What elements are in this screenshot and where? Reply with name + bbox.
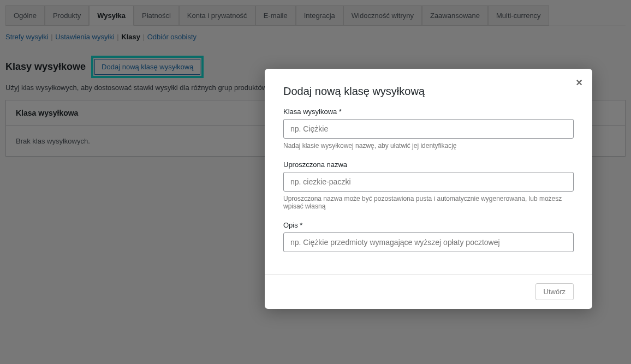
add-shipping-class-modal: × Dodaj nową klasę wysyłkową Klasa wysył… (265, 69, 592, 309)
field-slug: Uproszczona nazwa Uproszczona nazwa może… (283, 160, 574, 210)
field-shipping-class: Klasa wysyłkowa * Nadaj klasie wysyłkowe… (283, 108, 574, 150)
slug-input[interactable] (283, 172, 574, 192)
modal-title: Dodaj nową klasę wysyłkową (283, 85, 574, 98)
description-input[interactable] (283, 232, 574, 252)
field-description: Opis * (283, 221, 574, 252)
modal-body: Dodaj nową klasę wysyłkową Klasa wysyłko… (265, 69, 592, 274)
shipping-class-label: Klasa wysyłkowa * (283, 108, 574, 116)
create-button[interactable]: Utwórz (535, 283, 574, 300)
description-label: Opis * (283, 221, 574, 229)
shipping-class-input[interactable] (283, 119, 574, 139)
slug-help: Uproszczona nazwa może być pozostawiona … (283, 195, 574, 210)
shipping-class-help: Nadaj klasie wysyłkowej nazwę, aby ułatw… (283, 142, 574, 150)
close-icon[interactable]: × (576, 76, 582, 89)
modal-footer: Utwórz (265, 274, 592, 309)
slug-label: Uproszczona nazwa (283, 160, 574, 169)
